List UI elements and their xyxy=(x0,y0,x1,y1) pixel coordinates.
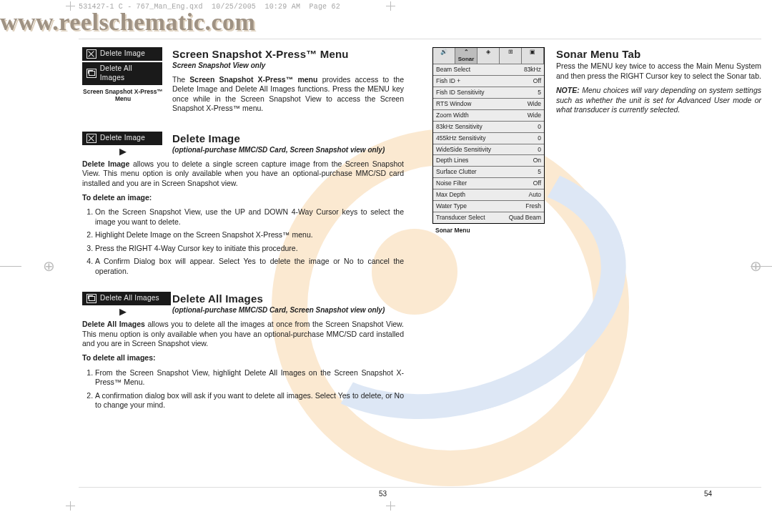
sonar-menu-caption: Sonar Menu xyxy=(435,227,545,235)
menu-item-delete-image: Delete Image xyxy=(82,132,162,145)
arrow-icon: ▶ xyxy=(82,146,164,158)
body: Delete All Images allows you to delete a… xyxy=(82,320,404,348)
steps-list: On the Screen Snapshot View, use the UP … xyxy=(95,207,404,276)
sonar-menu-row: Zoom WidthWide xyxy=(433,110,544,122)
list-item: A Confirm Dialog box will appear. Select… xyxy=(95,257,404,276)
menu-item-delete-image: Delete Image xyxy=(82,47,162,61)
sonar-menu-row: 455kHz Sensitivity0 xyxy=(433,133,544,144)
tab-icon: ◈ xyxy=(477,48,500,64)
watermark-url: www.reelschematic.com xyxy=(0,9,255,36)
list-item: On the Screen Snapshot View, use the UP … xyxy=(95,207,404,227)
subtitle: Screen Snapshot View only xyxy=(172,61,404,71)
list-item: A confirmation dialog box will ask if yo… xyxy=(95,391,404,410)
menu-item-delete-all: Delete All Images xyxy=(82,292,171,305)
menu-caption: Screen Snapshot X-Press™ Menu xyxy=(82,88,164,104)
tab-icon: ▣ xyxy=(522,48,544,64)
body: The Screen Snapshot X-Press™ menu provid… xyxy=(172,75,404,114)
body: Delete Image allows you to delete a sing… xyxy=(82,159,404,188)
sonar-menu-row: WideSide Sensitivity0 xyxy=(433,144,544,156)
sonar-menu-graphic: 🔊 ⌃ Sonar ◈ ⊞ ▣ Beam Select83kHzFish ID … xyxy=(432,47,545,224)
sonar-menu-row: Surface Clutter5 xyxy=(433,167,544,178)
lead-in: To delete all images: xyxy=(82,353,404,363)
page-number-left: 53 xyxy=(379,490,387,498)
cropmark-icon xyxy=(386,501,395,511)
sonar-menu-row: 83kHz Sensitivity0 xyxy=(433,122,544,133)
x-icon xyxy=(86,134,96,143)
heading-delete-all: Delete All Images xyxy=(172,292,404,305)
steps-list: From the Screen Snapshot View, highlight… xyxy=(95,368,404,410)
sonar-menu-row: Fish ID Sensitivity5 xyxy=(433,87,544,99)
list-item: Highlight Delete Image on the Screen Sna… xyxy=(95,230,404,240)
stack-icon xyxy=(86,69,96,78)
sonar-menu-row: Fish ID +Off xyxy=(433,76,544,87)
tab-sonar: ⌃ Sonar xyxy=(455,48,477,64)
cropmark-icon xyxy=(66,1,75,11)
page-number-right: 54 xyxy=(704,490,712,498)
register-mark-left: ⊕ xyxy=(32,257,65,275)
sonar-menu-row: Transducer SelectQuad Beam xyxy=(433,212,544,223)
arrow-icon: ▶ xyxy=(82,306,164,318)
heading-sonar-tab: Sonar Menu Tab xyxy=(556,47,761,61)
rule-top xyxy=(79,39,761,39)
xpress-menu-graphic: Delete Image Delete All Images Screen Sn… xyxy=(82,47,164,119)
sonar-menu-row: RTS WindowWide xyxy=(433,99,544,110)
tab-strip: 🔊 ⌃ Sonar ◈ ⊞ ▣ xyxy=(433,48,544,64)
heading-xpress-menu: Screen Snapshot X-Press™ Menu xyxy=(172,47,404,61)
tab-icon: ⊞ xyxy=(500,48,522,64)
x-icon xyxy=(86,49,96,59)
sonar-menu-row: Max DepthAuto xyxy=(433,189,544,201)
note: NOTE: Menu choices will vary depending o… xyxy=(556,86,761,114)
cropmark-icon xyxy=(386,1,395,11)
lead-in: To delete an image: xyxy=(82,193,404,202)
stack-icon xyxy=(86,294,96,303)
sonar-menu-row: Water TypeFresh xyxy=(433,201,544,212)
cropmark-icon xyxy=(66,501,75,511)
subtitle: (optional-purchase MMC/SD Card, Screen S… xyxy=(172,306,404,315)
body: Press the MENU key twice to access the M… xyxy=(556,61,761,81)
sonar-menu-row: Depth LinesOn xyxy=(433,155,544,167)
subtitle: (optional-purchase MMC/SD Card, Screen S… xyxy=(172,146,404,155)
menu-item-delete-all: Delete All Images xyxy=(82,62,162,85)
list-item: Press the RIGHT 4-Way Cursor key to init… xyxy=(95,244,404,253)
sonar-menu-row: Beam Select83kHz xyxy=(433,64,544,76)
rule-bottom xyxy=(79,487,761,488)
list-item: From the Screen Snapshot View, highlight… xyxy=(95,368,404,388)
tab-icon: 🔊 xyxy=(433,48,455,64)
sonar-menu-row: Noise FilterOff xyxy=(433,178,544,189)
heading-delete-image: Delete Image xyxy=(172,132,404,145)
